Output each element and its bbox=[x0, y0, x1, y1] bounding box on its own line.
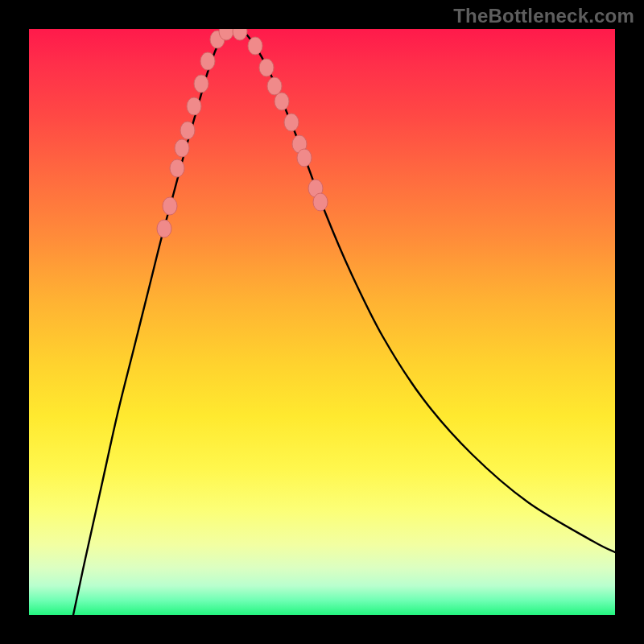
chart-markers bbox=[157, 29, 328, 237]
marker-dot bbox=[259, 59, 274, 76]
marker-dot bbox=[297, 149, 312, 167]
marker-dot bbox=[248, 37, 262, 55]
chart-curve bbox=[73, 30, 615, 615]
outer-frame: TheBottleneck.com bbox=[0, 0, 644, 644]
marker-dot bbox=[175, 139, 189, 157]
marker-dot bbox=[187, 97, 201, 115]
marker-dot bbox=[180, 122, 195, 139]
marker-dot bbox=[194, 75, 208, 93]
marker-dot bbox=[233, 29, 247, 40]
marker-dot bbox=[275, 93, 289, 110]
plot-area bbox=[29, 29, 615, 615]
marker-dot bbox=[284, 114, 299, 131]
watermark-text: TheBottleneck.com bbox=[453, 5, 634, 27]
chart-svg bbox=[29, 29, 615, 615]
marker-dot bbox=[163, 197, 177, 215]
marker-dot bbox=[313, 193, 328, 211]
marker-dot bbox=[200, 52, 215, 70]
marker-dot bbox=[267, 77, 282, 95]
marker-dot bbox=[170, 159, 184, 177]
marker-dot bbox=[157, 220, 171, 237]
